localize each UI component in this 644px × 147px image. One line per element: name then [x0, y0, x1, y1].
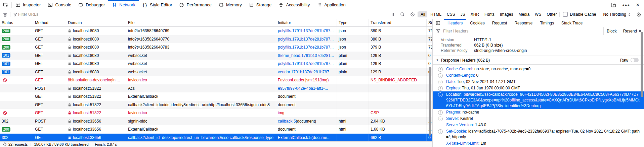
header-name[interactable]: Location:	[446, 92, 463, 97]
header-name[interactable]: Date:	[446, 79, 456, 84]
help-icon[interactable]: ?	[438, 86, 443, 91]
filter-urls-input[interactable]: Filter URLs	[10, 12, 41, 17]
header-row[interactable]: ?Expires: Thu, 01 Jan 1970 00:00:00 GMT	[433, 85, 644, 91]
initiator-link[interactable]: callback:5	[278, 119, 296, 124]
header-name[interactable]: Pragma:	[446, 110, 461, 115]
initiator-link[interactable]: e957f897-042e-4ba1-aff1-...	[278, 86, 328, 91]
table-scrollbar[interactable]	[429, 67, 431, 136]
initiator-link[interactable]: polyfills.1791b137de281b787...	[278, 37, 334, 42]
column-header-transferred[interactable]: Transferred	[369, 19, 427, 26]
header-name[interactable]: Server:	[446, 116, 459, 121]
details-scrollbar[interactable]	[641, 32, 643, 97]
column-header-size[interactable]: Size	[427, 19, 432, 26]
table-row[interactable]: 101GETlocalhost:8080websockettheme_head.…	[0, 52, 432, 60]
tab-storage[interactable]: Storage	[245, 0, 275, 10]
header-name[interactable]: Set-Cookie:	[446, 129, 467, 134]
header-row[interactable]: ?Date: Tue, 02 Nov 2021 04:17:21 GMT	[433, 79, 644, 85]
table-row[interactable]: GETlocalhost:51822callback?client_id=oid…	[0, 101, 432, 109]
tab-application[interactable]: Application	[313, 0, 349, 10]
block-url-button[interactable]: Block	[603, 27, 619, 35]
close-devtools-button[interactable]: ✕	[633, 2, 643, 7]
blocking-button[interactable]	[407, 12, 418, 17]
tab-inspector[interactable]: Inspector	[12, 0, 44, 10]
table-row[interactable]: 302GETlocalhost:33656callback?client_id=…	[0, 134, 432, 142]
network-settings-button[interactable]	[634, 12, 644, 17]
filter-type-css[interactable]: CSS	[444, 11, 458, 17]
column-header-status[interactable]: Status	[0, 19, 33, 26]
disable-cache-control[interactable]: Disable Cache	[560, 12, 599, 17]
table-row[interactable]: GETlocalhost:51822favicon.icoimgCSP	[0, 109, 432, 117]
header-name[interactable]: Cache-Control:	[446, 67, 473, 71]
column-header-method[interactable]: Method	[33, 19, 66, 26]
header-row[interactable]: ?X-Rate-Limit-Limit: 1m	[433, 140, 644, 147]
header-row[interactable]: ?Set-Cookie: idsrv=adf6cba1-7075-402b-9e…	[433, 128, 644, 140]
table-row[interactable]: 200GETlocalhost:33656ExternalCallbackdoc…	[0, 125, 432, 134]
initiator-link[interactable]: vendor.1791b137de281b787...	[278, 70, 333, 74]
help-icon[interactable]: ?	[438, 110, 443, 115]
raw-toggle[interactable]	[631, 58, 639, 62]
tab-debugger[interactable]: Debugger	[75, 0, 108, 10]
initiator-link[interactable]: FaviconLoader.jsm:191	[278, 78, 319, 82]
header-name[interactable]: X-Rate-Limit-Limit:	[446, 141, 479, 146]
table-row[interactable]: 101GETlocalhost:8080websocketpolyfills.1…	[0, 60, 432, 68]
filter-type-other[interactable]: Other	[544, 11, 559, 17]
help-icon[interactable]: ?	[438, 73, 443, 78]
filter-type-fonts[interactable]: Fonts	[482, 11, 497, 17]
header-row[interactable]: ?Cache-Control: no-store, no-cache, max-…	[433, 66, 644, 72]
initiator-link[interactable]: polyfills.1791b137de281b787...	[278, 61, 334, 66]
tab-accessibility[interactable]: Accessibility	[275, 0, 313, 10]
details-tab-cookies[interactable]: Cookies	[466, 19, 488, 27]
tab-memory[interactable]: Memory	[215, 0, 245, 10]
details-tab-request[interactable]: Request	[488, 19, 511, 27]
search-button[interactable]	[397, 12, 407, 17]
table-row[interactable]: POSTlocalhost:51822Acse957f897-042e-4ba1…	[0, 84, 432, 93]
meatball-menu-button[interactable]: ●●●	[619, 3, 633, 7]
header-name[interactable]: Server-Version:	[446, 123, 474, 127]
details-tab-timings[interactable]: Timings	[536, 19, 558, 27]
column-header-type[interactable]: Type	[337, 19, 369, 26]
column-header-initiator[interactable]: Initiator	[276, 19, 337, 26]
details-tab-stack-trace[interactable]: Stack Trace	[558, 19, 586, 27]
table-row[interactable]: 101GETlocalhost:8080websocketvendor.1791…	[0, 68, 432, 76]
filter-type-ws[interactable]: WS	[532, 11, 544, 17]
header-row[interactable]: ?Server: Kestrel	[433, 116, 644, 122]
header-row[interactable]: ?Location: bitwarden://sso-callback?code…	[433, 91, 644, 109]
filter-type-js[interactable]: JS	[458, 11, 468, 17]
table-row[interactable]: 302POSTlocalhost:33656signin-oidccallbac…	[0, 117, 432, 126]
details-tab-headers[interactable]: Headers	[444, 19, 466, 27]
tab-style-editor[interactable]: { } Style Editor	[139, 0, 175, 10]
header-row[interactable]: ?Content-Length: 0	[433, 72, 644, 79]
table-row[interactable]: 200GETlocalhost:8080info?t=1635826640770…	[0, 35, 432, 44]
pause-traffic-button[interactable]	[388, 12, 397, 17]
header-row[interactable]: ?Pragma: no-cache	[433, 109, 644, 116]
header-name[interactable]: Content-Length:	[446, 73, 475, 78]
filter-headers-input[interactable]	[433, 27, 442, 35]
header-row[interactable]: ?Server-Version: 1.43.0	[433, 122, 644, 128]
responsive-design-button[interactable]	[608, 2, 619, 8]
table-row[interactable]: 200GETlocalhost:8080info?t=1635826640769…	[0, 27, 432, 35]
filter-type-images[interactable]: Images	[498, 11, 515, 17]
help-icon[interactable]: ?	[438, 92, 443, 97]
filter-type-all[interactable]: All	[418, 11, 427, 17]
element-picker-button[interactable]	[0, 0, 11, 10]
initiator-link[interactable]: theme_head.1791b137de281...	[278, 53, 334, 58]
initiator-link[interactable]: ExternalCallback:5	[278, 135, 311, 140]
details-tab-response[interactable]: Response	[511, 19, 536, 27]
initiator-link[interactable]: polyfills.1791b137de281b787...	[278, 28, 334, 33]
clear-requests-button[interactable]	[0, 12, 10, 17]
help-icon[interactable]: ?	[438, 129, 443, 134]
table-row[interactable]: GET8bit-solutions-dev.onelogin....favico…	[0, 76, 432, 84]
help-icon[interactable]: ?	[438, 67, 443, 72]
table-row[interactable]: GETlocalhost:51822ExternalCallbackdocume…	[0, 92, 432, 101]
response-headers-section[interactable]: ▼ Response Headers (662 B) Raw	[433, 56, 644, 65]
tab-network[interactable]: Network	[108, 0, 139, 10]
table-row[interactable]: 200GETlocalhost:8080info?t=1635826640783…	[0, 43, 432, 52]
help-icon[interactable]: ?	[438, 117, 443, 121]
initiator-link[interactable]: polyfills.1791b137de281b787...	[278, 45, 334, 50]
filter-type-xhr[interactable]: XHR	[468, 11, 481, 17]
help-icon[interactable]: ?	[438, 80, 443, 84]
tab-console[interactable]: Console	[44, 0, 75, 10]
column-header-file[interactable]: File	[126, 19, 276, 26]
tab-performance[interactable]: Performance	[175, 0, 215, 10]
column-header-domain[interactable]: Domain	[66, 19, 126, 26]
